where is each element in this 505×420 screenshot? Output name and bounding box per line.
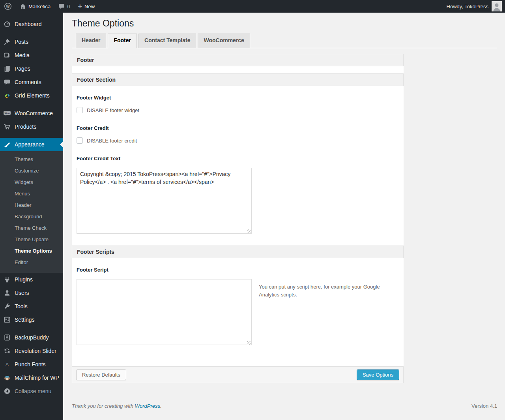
refresh-arrows-icon [3, 347, 11, 355]
submenu-item-background[interactable]: Background [0, 211, 63, 222]
tab-woocommerce[interactable]: WooCommerce [198, 34, 250, 48]
site-name: Marketica [28, 4, 50, 9]
tab-contact-template[interactable]: Contact Template [138, 34, 196, 48]
comment-bubble-icon [58, 3, 65, 9]
user-icon [3, 289, 11, 297]
wordpress-link[interactable]: WordPress [135, 403, 160, 409]
letter-a-icon: A [3, 360, 11, 368]
sidebar-item-label: BackupBuddy [15, 334, 49, 341]
pages-icon [3, 65, 11, 73]
restore-defaults-button[interactable]: Restore Defaults [76, 369, 126, 380]
backupbuddy-drive-icon [3, 334, 11, 341]
sidebar-item-label: Pages [15, 66, 30, 72]
sidebar-item-label: Media [15, 52, 30, 58]
comment-count: 0 [67, 4, 70, 9]
footer-credit-text-textarea[interactable]: Copyright &copy; 2015 TokoPress<span><a … [77, 168, 252, 234]
sidebar-item-label: WooCommerce [15, 110, 53, 116]
sidebar-item-label: Revolution Slider [15, 348, 56, 354]
section-header-footer-scripts: Footer Scripts [72, 246, 404, 258]
avatar[interactable] [492, 1, 502, 11]
submenu-item-theme-update[interactable]: Theme Update [0, 234, 63, 245]
media-icon [3, 51, 11, 59]
cart-icon [3, 123, 11, 131]
sidebar-item-grid-elements[interactable]: Grid Elements [0, 89, 63, 102]
sidebar-item-settings[interactable]: Settings [0, 313, 63, 326]
comments-shortcut[interactable]: 0 [54, 0, 74, 13]
sidebar-item-label: Punch Fonts [15, 361, 46, 368]
disable-footer-credit-label: DISABLE footer credit [87, 138, 137, 144]
svg-text:A: A [6, 362, 9, 368]
sidebar-item-dashboard[interactable]: Dashboard [0, 17, 63, 31]
admin-footer: Thank you for creating with WordPress. V… [72, 403, 497, 409]
footer-widget-check-row: DISABLE footer widget [77, 107, 399, 113]
disable-footer-widget-label: DISABLE footer widget [87, 107, 139, 113]
wrench-icon [3, 302, 11, 310]
grid-elements-icon [3, 92, 11, 99]
footer-thanks-period: . [160, 403, 162, 409]
submenu-item-customize[interactable]: Customize [0, 165, 63, 176]
sidebar-item-label: Comments [15, 79, 41, 85]
settings-sliders-icon [3, 316, 11, 324]
footer-scripts-body: Footer Script You can put any script her… [72, 258, 404, 366]
submenu-item-header[interactable]: Header [0, 199, 63, 211]
sidebar-item-label: Dashboard [15, 21, 42, 27]
sidebar-item-revolution-slider[interactable]: Revolution Slider [0, 344, 63, 358]
save-options-button[interactable]: Save Options [357, 369, 399, 380]
sidebar-item-plugins[interactable]: Plugins [0, 273, 63, 286]
sidebar-item-label: Posts [15, 39, 28, 45]
appearance-brush-icon [3, 141, 11, 148]
sidebar-item-pages[interactable]: Pages [0, 62, 63, 75]
sidebar-item-comments[interactable]: Comments [0, 75, 63, 89]
disable-footer-credit-checkbox[interactable] [77, 137, 83, 144]
sidebar-item-label: Plugins [15, 276, 33, 283]
footer-credit-label: Footer Credit [77, 125, 399, 131]
tab-footer[interactable]: Footer [108, 34, 137, 48]
sidebar-item-punch-fonts[interactable]: A Punch Fonts [0, 358, 63, 371]
dashboard-icon [3, 20, 11, 28]
footer-widget-label: Footer Widget [77, 95, 399, 101]
disable-footer-widget-checkbox[interactable] [77, 107, 83, 113]
footer-credit-check-row: DISABLE footer credit [77, 137, 399, 144]
tab-header[interactable]: Header [76, 34, 106, 48]
footer-script-textarea[interactable] [77, 279, 252, 345]
footer-thanks: Thank you for creating with WordPress. [72, 403, 162, 409]
footer-script-description: You can put any script here, for example… [259, 283, 385, 299]
submenu-item-theme-check[interactable]: Theme Check [0, 222, 63, 234]
woocommerce-icon: Woo [3, 109, 11, 117]
tab-bar: Header Footer Contact Template WooCommer… [72, 34, 497, 48]
submenu-item-theme-options[interactable]: Theme Options [0, 245, 63, 257]
new-content-button[interactable]: + New [74, 0, 99, 13]
pushpin-icon [3, 38, 11, 46]
submenu-item-widgets[interactable]: Widgets [0, 176, 63, 188]
sidebar-item-mailchimp[interactable]: MailChimp for WP [0, 371, 63, 384]
site-link[interactable]: Marketica [16, 0, 54, 13]
collapse-arrow-icon [3, 387, 11, 395]
sidebar-item-appearance[interactable]: Appearance [0, 138, 63, 151]
howdy-account-link[interactable]: Howdy, TokoPress [447, 4, 492, 9]
submenu-item-menus[interactable]: Menus [0, 188, 63, 199]
comments-icon [3, 78, 11, 86]
sidebar-item-posts[interactable]: Posts [0, 35, 63, 49]
sidebar-item-products[interactable]: Products [0, 120, 63, 133]
version-text: Version 4.1 [471, 403, 497, 409]
svg-text:W: W [6, 4, 10, 9]
sidebar-item-label: Grid Elements [15, 92, 50, 99]
wordpress-menu[interactable]: W [0, 0, 16, 13]
section-spacer [72, 66, 404, 73]
new-label: New [84, 4, 95, 9]
plugin-icon [3, 276, 11, 283]
sidebar-item-media[interactable]: Media [0, 49, 63, 62]
sidebar-item-tools[interactable]: Tools [0, 300, 63, 313]
sidebar-item-woocommerce[interactable]: Woo WooCommerce [0, 107, 63, 120]
sidebar-item-users[interactable]: Users [0, 286, 63, 300]
submenu-item-editor[interactable]: Editor [0, 257, 63, 268]
home-icon [20, 3, 26, 9]
admin-sidebar: Dashboard Posts Media [0, 13, 63, 420]
options-panel: Footer Footer Section Footer Widget DISA… [72, 54, 404, 383]
main-content: Theme Options Header Footer Contact Temp… [63, 13, 505, 420]
wordpress-logo-icon: W [4, 2, 12, 10]
sidebar-item-collapse-menu[interactable]: Collapse menu [0, 384, 63, 398]
sidebar-item-backupbuddy[interactable]: BackupBuddy [0, 331, 63, 344]
sidebar-item-label: Settings [15, 317, 35, 323]
submenu-item-themes[interactable]: Themes [0, 154, 63, 165]
